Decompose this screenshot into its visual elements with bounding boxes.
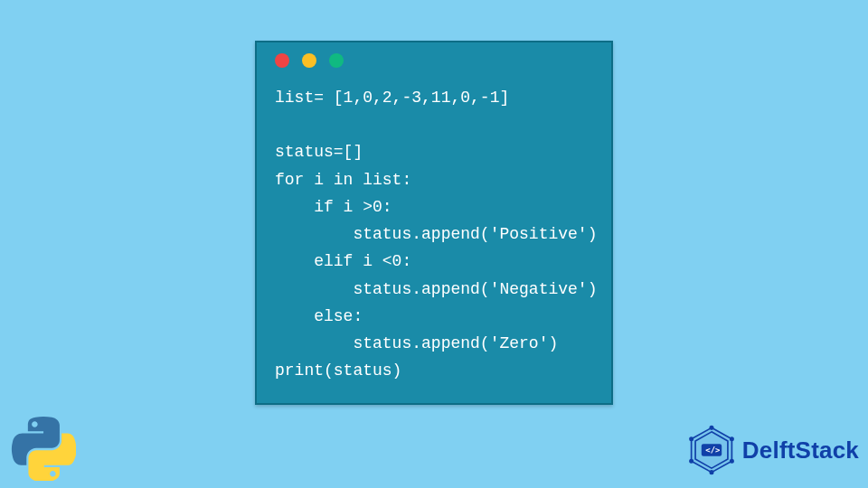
svg-point-4 <box>731 460 733 463</box>
close-icon <box>275 53 289 68</box>
brand-badge: </> DelftStack <box>686 425 859 475</box>
window-titlebar <box>257 42 611 79</box>
brand-name: DelftStack <box>742 436 859 465</box>
python-icon <box>11 416 76 481</box>
code-body: list= [1,0,2,-3,11,0,-1] status=[] for i… <box>257 79 611 403</box>
svg-point-3 <box>731 437 733 440</box>
minimize-icon <box>302 53 316 68</box>
delftstack-icon: </> <box>686 425 737 475</box>
maximize-icon <box>329 53 344 68</box>
code-window: list= [1,0,2,-3,11,0,-1] status=[] for i… <box>255 41 613 405</box>
svg-point-7 <box>690 437 693 440</box>
svg-point-6 <box>690 460 693 463</box>
svg-point-5 <box>710 471 712 474</box>
code-block: list= [1,0,2,-3,11,0,-1] status=[] for i… <box>275 84 593 385</box>
svg-text:</>: </> <box>705 446 720 455</box>
svg-point-2 <box>710 427 712 429</box>
